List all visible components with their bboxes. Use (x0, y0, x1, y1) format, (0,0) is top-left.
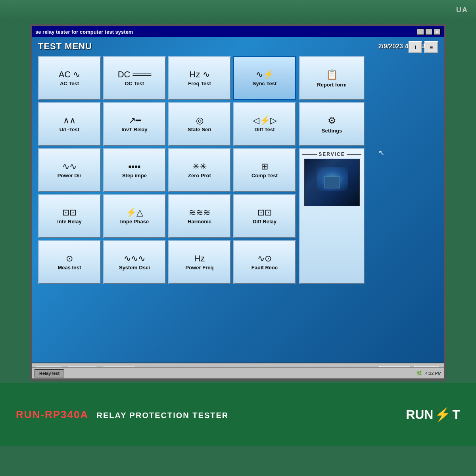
brand-text: RUN (406, 407, 433, 422)
power-freq-label: Power Freq (186, 265, 214, 271)
dc-test-button[interactable]: DC ═══ DC Test (103, 56, 166, 100)
ac-test-button[interactable]: AC ∿ AC Test (38, 56, 101, 100)
impe-phase-button[interactable]: ⚡△ Impe Phase (103, 194, 166, 238)
settings-label: Settings (322, 128, 342, 134)
menu-button[interactable]: ≡ (424, 41, 438, 53)
step-impe-button[interactable]: ▪▪▪▪ Step impe (103, 148, 166, 192)
state-seri-label: State Seri (188, 127, 211, 132)
model-subtitle: RELAY PROTECTION TESTER (97, 411, 229, 420)
minimize-button[interactable]: _ (417, 29, 424, 35)
brand-lightning-icon: ⚡ (435, 407, 451, 422)
impe-phase-label: Impe Phase (120, 219, 149, 225)
power-dir-icon: ∿∿ (62, 162, 77, 171)
report-form-label: Report form (317, 82, 346, 88)
test-menu-title: TEST MENU (38, 41, 92, 52)
hardware-bottom: RUN-RP340A RELAY PROTECTION TESTER RUN ⚡… (0, 383, 476, 446)
power-dir-button[interactable]: ∿∿ Power Dir (38, 148, 101, 192)
window-controls: _ □ × (417, 29, 441, 35)
freq-test-label: Freq Test (188, 81, 211, 86)
taskbar-icon: 🌿 (416, 370, 422, 376)
ac-test-icon: AC ∿ (59, 70, 81, 79)
diff-test-label: Diff Test (254, 127, 274, 132)
state-seri-button[interactable]: ◎ State Seri (168, 102, 231, 146)
meas-inst-button[interactable]: ⊙ Meas Inst (38, 240, 101, 284)
title-bar: se relay tester for computer test system… (32, 26, 444, 37)
diff-test-icon: ◁⚡▷ (253, 116, 277, 125)
step-impe-icon: ▪▪▪▪ (128, 162, 140, 171)
invt-relay-button[interactable]: ↗━ InvT Relay (103, 102, 166, 146)
taskbar-app[interactable]: RelayTest (35, 369, 64, 378)
report-form-icon: 📋 (326, 69, 338, 80)
harmonic-icon: ≋≋≋ (189, 208, 210, 217)
info-button[interactable]: i (409, 41, 422, 53)
fault-reoc-icon: ∿⊙ (257, 254, 272, 263)
power-freq-button[interactable]: Hz Power Freq (168, 240, 231, 284)
settings-button[interactable]: ⚙ Settings (299, 102, 365, 146)
report-form-button[interactable]: 📋 Report form (299, 56, 365, 100)
meas-inst-label: Meas Inst (58, 265, 81, 271)
inte-relay-icon: ⊡⊡ (62, 208, 77, 217)
dc-test-label: DC Test (125, 81, 144, 86)
state-seri-icon: ◎ (196, 116, 203, 125)
ac-test-label: AC Test (60, 81, 79, 86)
impe-phase-icon: ⚡△ (126, 208, 143, 217)
taskbar: RelayTest 🌿 4:32 PM (32, 367, 444, 378)
taskbar-clock: 4:32 PM (425, 371, 441, 376)
service-panel: SERVICE (299, 148, 365, 284)
freq-test-button[interactable]: Hz ∿ Freq Test (168, 56, 231, 100)
maximize-button[interactable]: □ (425, 29, 432, 35)
settings-icon: ⚙ (328, 115, 336, 126)
system-osci-button[interactable]: ∿∿∿ System Osci (103, 240, 166, 284)
fault-reoc-label: Fault Reoc (251, 265, 278, 271)
zero-prot-label: Zero Prot (188, 173, 211, 178)
diff-test-button[interactable]: ◁⚡▷ Diff Test (233, 102, 296, 146)
test-grid: AC ∿ AC Test DC ═══ DC Test Hz ∿ Freq Te… (38, 56, 296, 284)
zero-prot-button[interactable]: ✳✳ Zero Prot (168, 148, 231, 192)
fault-reoc-button[interactable]: ∿⊙ Fault Reoc (233, 240, 296, 284)
brand-suffix: T (452, 407, 460, 422)
power-freq-icon: Hz (194, 254, 205, 263)
service-label: SERVICE (302, 152, 361, 157)
freq-test-icon: Hz ∿ (190, 70, 210, 79)
comp-test-button[interactable]: ⊞ Comp Test (233, 148, 296, 192)
hardware-model-text: RUN-RP340A RELAY PROTECTION TESTER (16, 409, 228, 421)
header-icons: i ≡ (409, 41, 438, 53)
ui-test-button[interactable]: ∧∧ U/I -Test (38, 102, 101, 146)
comp-test-label: Comp Test (251, 173, 278, 178)
ui-test-label: U/I -Test (60, 127, 79, 132)
inte-relay-button[interactable]: ⊡⊡ Inte Relay (38, 194, 101, 238)
zero-prot-icon: ✳✳ (192, 162, 207, 171)
header-row: TEST MENU 2/9/2023 4:32:48 PM (38, 41, 438, 52)
invt-relay-label: InvT Relay (121, 127, 147, 132)
service-image-chip (324, 177, 340, 188)
sync-test-icon: ∿⚡ (256, 70, 274, 79)
invt-relay-icon: ↗━ (129, 116, 141, 125)
dc-test-icon: DC ═══ (118, 70, 152, 79)
power-dir-label: Power Dir (58, 173, 82, 178)
close-button[interactable]: × (434, 29, 441, 35)
window-title: se relay tester for computer test system (35, 29, 133, 35)
model-name: RUN-RP340A (16, 409, 88, 420)
step-impe-label: Step impe (122, 173, 147, 178)
main-area: i ≡ TEST MENU 2/9/2023 4:32:48 PM AC ∿ A… (32, 37, 444, 363)
meas-inst-icon: ⊙ (66, 254, 73, 263)
diff-relay-button[interactable]: ⊡⊡ Diff Relay (233, 194, 296, 238)
sync-test-label: Sync Test (253, 81, 276, 86)
comp-test-icon: ⊞ (261, 162, 268, 171)
harmonic-button[interactable]: ≋≋≋ Harmonic (168, 194, 231, 238)
ui-test-icon: ∧∧ (63, 116, 76, 125)
service-image (304, 159, 360, 206)
diff-relay-label: Diff Relay (253, 219, 276, 225)
system-osci-icon: ∿∿∿ (124, 254, 145, 263)
diff-relay-icon: ⊡⊡ (257, 208, 272, 217)
side-panel: 📋 Report form ⚙ Settings SERVICE (299, 56, 365, 284)
grid-layout: AC ∿ AC Test DC ═══ DC Test Hz ∿ Freq Te… (38, 56, 438, 284)
inte-relay-label: Inte Relay (57, 219, 81, 225)
sync-test-button[interactable]: ∿⚡ Sync Test (233, 56, 296, 100)
harmonic-label: Harmonic (188, 219, 211, 225)
screen-container: se relay tester for computer test system… (30, 24, 446, 381)
hardware-top: UA (0, 0, 476, 20)
system-osci-label: System Osci (119, 265, 150, 271)
hardware-brand: RUN ⚡ T (406, 407, 460, 422)
taskbar-right: 🌿 4:32 PM (416, 370, 441, 376)
